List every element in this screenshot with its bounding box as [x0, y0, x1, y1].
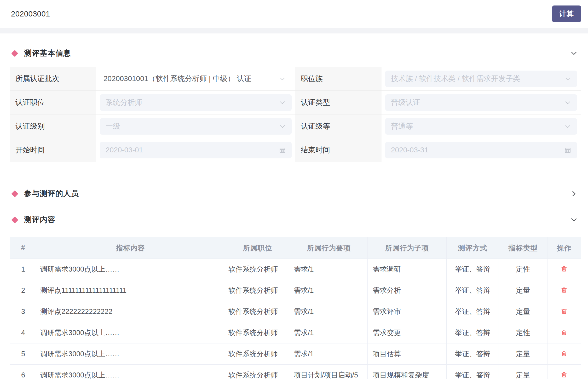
calculate-button[interactable]: 计算	[552, 5, 581, 22]
delete-row-trash-icon[interactable]	[560, 264, 569, 274]
chevron-down-icon[interactable]	[570, 49, 578, 58]
table-column-header: 测评方式	[447, 237, 499, 259]
cell-type: 定量	[499, 365, 547, 379]
cell-behavior: 需求/1	[290, 280, 368, 301]
cell-method: 举证、答辩	[447, 259, 499, 280]
input-value: 普通等	[391, 121, 413, 131]
input-value: 技术族 / 软件技术类 / 软件需求开发子类	[391, 74, 520, 84]
cell-sub-behavior: 需求评审	[368, 301, 447, 322]
cell-position: 软件系统分析师	[225, 259, 290, 280]
chevron-down-icon	[564, 99, 571, 106]
form-field-label: 认证类型	[295, 91, 382, 114]
table-row: 2测评点1111111111111111111软件系统分析师需求/1需求分析举证…	[10, 280, 581, 301]
delete-row-trash-icon[interactable]	[560, 370, 569, 379]
form-field-value-cell: 2020-03-01	[96, 138, 295, 162]
cell-action	[547, 365, 581, 379]
diamond-icon	[11, 50, 18, 57]
input-value: 2020-03-01	[106, 146, 143, 154]
table-column-header: 操作	[547, 237, 581, 259]
cell-num: 1	[10, 259, 36, 280]
input-value: 2020-03-31	[391, 146, 428, 154]
chevron-down-icon	[564, 75, 571, 82]
page-title: 202003001	[11, 10, 50, 18]
main-content: 测评基本信息 所属认证批次20200301001（软件系统分析师 | 中级） 认…	[0, 44, 588, 379]
form-field-value-cell: 一级	[96, 114, 295, 138]
table-row: 1调研需求3000点以上……软件系统分析师需求/1需求调研举证、答辩定性	[10, 259, 581, 280]
calendar-icon	[564, 147, 571, 154]
chevron-down-icon	[279, 123, 286, 130]
cell-position: 软件系统分析师	[225, 365, 290, 379]
section-basic-info-header[interactable]: 测评基本信息	[10, 44, 581, 63]
input-value: 一级	[106, 121, 120, 131]
cell-content: 调研需求3000点以上……	[36, 259, 225, 280]
form-field-label: 职位族	[295, 67, 382, 91]
delete-row-trash-icon[interactable]	[560, 328, 569, 337]
delete-row-trash-icon[interactable]	[560, 349, 569, 358]
select-input[interactable]: 晋级认证	[385, 94, 577, 111]
select-input[interactable]: 普通等	[385, 118, 577, 135]
chevron-right-icon[interactable]	[570, 190, 578, 198]
topbar-divider	[0, 28, 588, 33]
table-column-header: 所属行为子项	[368, 237, 447, 259]
cell-content: 测评点1111111111111111111	[36, 280, 225, 301]
cell-type: 定性	[499, 259, 547, 280]
select-input[interactable]: 系统分析师	[100, 94, 292, 111]
cell-method: 举证、答辩	[447, 280, 499, 301]
date-input[interactable]: 2020-03-31	[385, 142, 577, 158]
cell-sub-behavior: 需求变更	[368, 322, 447, 343]
form-field-value-cell: 技术族 / 软件技术类 / 软件需求开发子类	[382, 67, 581, 91]
cell-type: 定量	[499, 301, 547, 322]
cell-action	[547, 280, 581, 301]
cell-type: 定性	[499, 322, 547, 343]
cell-sub-behavior: 需求分析	[368, 280, 447, 301]
diamond-icon	[11, 190, 18, 197]
cell-action	[547, 301, 581, 322]
table-row: 6调研需求3000点以上……软件系统分析师项目计划/项目启动/5项目规模和复杂度…	[10, 365, 581, 379]
section-content-title: 测评内容	[24, 215, 55, 225]
section-content-header[interactable]: 测评内容	[10, 207, 581, 232]
form-field-label: 结束时间	[295, 138, 382, 162]
cell-num: 3	[10, 301, 36, 322]
cell-type: 定量	[499, 280, 547, 301]
input-value: 20200301001（软件系统分析师 | 中级） 认证	[103, 74, 251, 84]
form-field-label: 认证级别	[10, 114, 96, 138]
section-participants-header[interactable]: 参与测评的人员	[10, 180, 581, 207]
cell-behavior: 需求/1	[290, 259, 368, 280]
cell-content: 测评点2222222222222	[36, 301, 225, 322]
diamond-icon	[11, 216, 18, 223]
cell-behavior: 需求/1	[290, 343, 368, 365]
cell-action	[547, 343, 581, 365]
cell-num: 2	[10, 280, 36, 301]
select-input[interactable]: 20200301001（软件系统分析师 | 中级） 认证	[100, 71, 292, 87]
cell-content: 调研需求3000点以上……	[36, 343, 225, 365]
cell-num: 5	[10, 343, 36, 365]
cell-position: 软件系统分析师	[225, 301, 290, 322]
table-row: 4调研需求3000点以上……软件系统分析师需求/1需求变更举证、答辩定性	[10, 322, 581, 343]
basic-info-form: 所属认证批次20200301001（软件系统分析师 | 中级） 认证职位族技术族…	[10, 67, 581, 162]
table-header-row: #指标内容所属职位所属行为要项所属行为子项测评方式指标类型操作	[10, 237, 581, 259]
form-field-label: 所属认证批次	[10, 67, 96, 91]
input-value: 系统分析师	[106, 97, 142, 107]
table-row: 3测评点2222222222222软件系统分析师需求/1需求评审举证、答辩定量	[10, 301, 581, 322]
delete-row-trash-icon[interactable]	[560, 307, 569, 316]
cell-action	[547, 259, 581, 280]
table-row: 5调研需求3000点以上……软件系统分析师需求/1项目估算举证、答辩定量	[10, 343, 581, 365]
cell-method: 举证、答辩	[447, 343, 499, 365]
select-input[interactable]: 技术族 / 软件技术类 / 软件需求开发子类	[385, 71, 577, 87]
delete-row-trash-icon[interactable]	[560, 285, 569, 295]
cell-behavior: 需求/1	[290, 322, 368, 343]
form-field-value-cell: 20200301001（软件系统分析师 | 中级） 认证	[96, 67, 295, 91]
form-field-label: 认证职位	[10, 91, 96, 114]
form-field-value-cell: 系统分析师	[96, 91, 295, 114]
chevron-down-icon[interactable]	[570, 216, 578, 224]
section-basic-info-title: 测评基本信息	[24, 48, 71, 59]
date-input[interactable]: 2020-03-01	[100, 142, 292, 158]
cell-type: 定量	[499, 343, 547, 365]
table-column-header: 指标内容	[36, 237, 225, 259]
table-column-header: 所属职位	[225, 237, 290, 259]
calendar-icon	[279, 147, 286, 154]
select-input[interactable]: 一级	[100, 118, 292, 135]
chevron-down-icon	[279, 99, 286, 106]
cell-sub-behavior: 项目规模和复杂度	[368, 365, 447, 379]
table-column-header: 指标类型	[499, 237, 547, 259]
